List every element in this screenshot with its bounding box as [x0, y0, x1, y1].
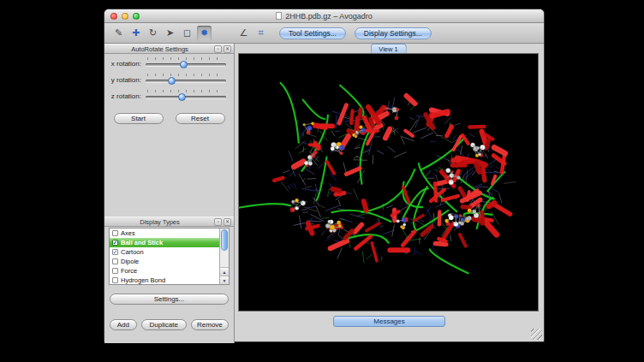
- viewport-area: View 1: [238, 44, 539, 312]
- align-tool-icon[interactable]: ⌗: [253, 26, 268, 41]
- panel-float-icon[interactable]: ▫: [214, 218, 222, 226]
- start-button[interactable]: Start: [114, 113, 164, 124]
- dipole-checkbox[interactable]: [112, 258, 118, 264]
- axes-checkbox[interactable]: [112, 230, 118, 236]
- slider-ticks: [147, 90, 224, 92]
- traffic-lights: [110, 13, 140, 20]
- list-scrollbar[interactable]: ▲ ▼: [219, 228, 229, 284]
- manipulate-tool-icon[interactable]: ➤: [163, 26, 177, 41]
- z-rotation-slider-thumb[interactable]: [178, 93, 186, 101]
- add-button[interactable]: Add: [110, 319, 137, 330]
- panel-close-icon[interactable]: ✕: [224, 218, 231, 226]
- window-title-text: 2HHB.pdb.gz – Avogadro: [285, 12, 372, 21]
- window-title: 2HHB.pdb.gz – Avogadro: [276, 12, 372, 21]
- autorotate-panel-header[interactable]: AutoRotate Settings ▫ ✕: [104, 44, 234, 54]
- navigate-tool-icon[interactable]: ✚: [128, 26, 143, 41]
- y-rotation-row: y rotation:: [104, 73, 234, 86]
- display-types-panel: Display Types ▫ ✕ Axes ✓ Ball and Stick: [104, 217, 234, 285]
- y-rotation-label: y rotation:: [108, 76, 146, 84]
- list-item-axes[interactable]: Axes: [110, 228, 219, 238]
- list-item-label: Hydrogen Bond: [121, 276, 165, 284]
- hydrogen-bond-checkbox[interactable]: [112, 277, 118, 283]
- molecule-canvas[interactable]: [238, 53, 539, 312]
- molecule-render[interactable]: [239, 54, 538, 311]
- tool-settings-button[interactable]: Tool Settings...: [279, 27, 346, 39]
- scrollbar-thumb[interactable]: [221, 229, 228, 251]
- list-item-dipole[interactable]: Dipole: [110, 257, 219, 266]
- display-types-panel-title: Display Types: [107, 218, 212, 226]
- list-item-label: Cartoon: [121, 248, 144, 256]
- autorotate-buttons: Start Reset: [104, 113, 234, 124]
- auto-rotate-tool-icon[interactable]: ✹: [197, 26, 212, 41]
- settings-button[interactable]: Settings...: [110, 294, 229, 305]
- main-toolbar: ✎ ✚ ↻ ➤ ◻ ✹ ∠ ⌗ Tool Settings... Display…: [104, 23, 544, 44]
- slider-ticks: [147, 57, 224, 60]
- reset-button[interactable]: Reset: [176, 113, 225, 124]
- list-item-ball-and-stick[interactable]: ✓ Ball and Stick: [110, 238, 219, 247]
- x-rotation-label: x rotation:: [108, 60, 146, 68]
- slider-track: [146, 80, 226, 82]
- x-rotation-slider-thumb[interactable]: [180, 61, 188, 68]
- y-rotation-slider-thumb[interactable]: [168, 77, 176, 85]
- selection-tool-icon[interactable]: ◻: [180, 26, 194, 41]
- z-rotation-row: z rotation:: [104, 89, 234, 103]
- panel-float-icon[interactable]: ▫: [214, 45, 222, 53]
- list-item-force[interactable]: Force: [110, 266, 219, 276]
- close-button[interactable]: [110, 13, 117, 20]
- bond-centric-tool-icon[interactable]: ↻: [146, 26, 160, 41]
- panel-close-icon[interactable]: ✕: [224, 45, 231, 53]
- display-types-list: Axes ✓ Ball and Stick ✓ Cartoon Dipol: [109, 228, 230, 285]
- z-rotation-label: z rotation:: [108, 92, 146, 100]
- list-item-cartoon[interactable]: ✓ Cartoon: [110, 247, 219, 257]
- autorotate-panel-title: AutoRotate Settings: [107, 45, 212, 53]
- measure-tool-icon[interactable]: ∠: [236, 26, 251, 41]
- scroll-up-icon[interactable]: ▲: [220, 267, 229, 276]
- force-checkbox[interactable]: [112, 268, 118, 274]
- display-types-rows: Axes ✓ Ball and Stick ✓ Cartoon Dipol: [110, 228, 219, 285]
- list-item-label: Axes: [121, 229, 135, 237]
- scroll-down-icon[interactable]: ▼: [220, 276, 229, 284]
- slider-ticks: [147, 74, 224, 76]
- cartoon-checkbox[interactable]: ✓: [112, 249, 118, 255]
- display-types-actions: Add Duplicate Remove: [110, 319, 229, 330]
- display-settings-button[interactable]: Display Settings...: [355, 27, 432, 39]
- duplicate-button[interactable]: Duplicate: [141, 319, 187, 330]
- list-item-label: Dipole: [121, 258, 139, 265]
- display-types-panel-header[interactable]: Display Types ▫ ✕: [104, 217, 234, 227]
- sidebar: AutoRotate Settings ▫ ✕ x rotation: y ro…: [104, 44, 235, 343]
- x-rotation-row: x rotation:: [104, 56, 234, 70]
- messages-button[interactable]: Messages: [333, 316, 445, 327]
- minimize-button[interactable]: [122, 13, 128, 20]
- ball-and-stick-checkbox[interactable]: ✓: [112, 240, 118, 246]
- z-rotation-slider[interactable]: [146, 90, 226, 102]
- zoom-button[interactable]: [133, 13, 140, 20]
- tab-view-1[interactable]: View 1: [370, 44, 406, 53]
- desktop-background: 2HHB.pdb.gz – Avogadro ✎ ✚ ↻ ➤ ◻ ✹ ∠ ⌗ T…: [0, 0, 644, 362]
- resize-grip[interactable]: [531, 329, 542, 340]
- scrollbar-buttons: ▲ ▼: [220, 267, 229, 284]
- avogadro-window: 2HHB.pdb.gz – Avogadro ✎ ✚ ↻ ➤ ◻ ✹ ∠ ⌗ T…: [104, 9, 545, 342]
- x-rotation-slider[interactable]: [146, 57, 226, 69]
- title-bar[interactable]: 2HHB.pdb.gz – Avogadro: [104, 9, 544, 23]
- list-item-label: Ball and Stick: [121, 239, 163, 246]
- list-item-label: Force: [121, 267, 137, 275]
- document-icon: [276, 12, 282, 20]
- y-rotation-slider[interactable]: [146, 74, 226, 86]
- remove-button[interactable]: Remove: [191, 319, 229, 330]
- list-item-hydrogen-bond[interactable]: Hydrogen Bond: [110, 276, 219, 285]
- draw-tool-icon[interactable]: ✎: [111, 26, 126, 41]
